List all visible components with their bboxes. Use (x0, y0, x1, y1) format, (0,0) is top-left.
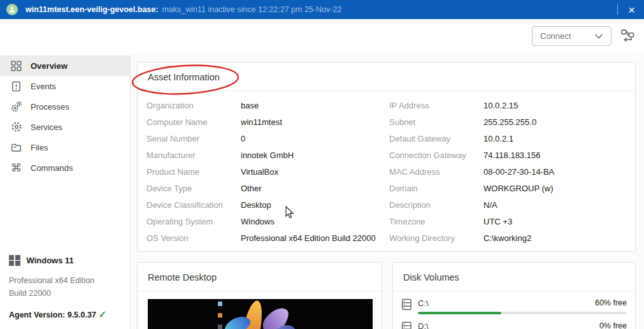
machine-status: maks_win11 inactive since 12:22:27 pm 25… (162, 5, 341, 14)
field-row: Operating SystemWindows (147, 213, 389, 230)
asset-fields-left: Organizationbase Computer Namewin11mtest… (147, 97, 389, 246)
volume-progress-track (418, 312, 627, 314)
machine-title: win11mtest.een-veilig-gevoel.base: (25, 5, 158, 14)
field-row: Manufacturerinnotek GmbH (147, 147, 389, 163)
connect-dropdown-label: Connect (540, 31, 571, 41)
field-row: Device TypeOther (147, 180, 389, 196)
close-icon[interactable]: × (626, 4, 638, 16)
field-row: TimezoneUTC +3 (389, 213, 635, 230)
field-row: Serial Number0 (147, 130, 389, 147)
volume-name: D:\ (418, 321, 429, 329)
volume-name: C:\ (418, 298, 429, 308)
volume-free-label: 60% free (595, 298, 627, 307)
field-row: Organizationbase (147, 97, 389, 113)
sidebar-item-overview[interactable]: Overview (0, 55, 130, 76)
connect-dropdown[interactable]: Connect (532, 26, 612, 46)
windows-logo-icon (9, 255, 20, 267)
field-row: Computer Namewin11mtest (147, 113, 389, 130)
field-row: MAC Address08-00-27-30-14-BA (389, 163, 635, 180)
sidebar-item-processes[interactable]: Processes (0, 96, 130, 117)
field-row: DescriptionN/A (389, 196, 635, 213)
field-row: Device ClassificationDesktop (147, 196, 389, 213)
gear-icon (10, 121, 22, 133)
titlebar-divider (617, 4, 618, 15)
asset-fields: Organizationbase Computer Namewin11mtest… (138, 91, 635, 246)
field-row: IP Address10.0.2.15 (389, 97, 635, 113)
field-row: Default Gateway10.0.2.1 (389, 130, 635, 147)
sidebar-item-label: Processes (31, 102, 69, 112)
remote-desktop-title: Remote Desktop (138, 263, 382, 291)
check-icon: ✓ (99, 309, 107, 319)
chevron-down-icon (594, 34, 603, 39)
disk-volumes-title: Disk Volumes (393, 263, 635, 291)
sidebar-item-label: Files (31, 143, 48, 152)
command-icon: ⌘ (10, 162, 22, 174)
volume-row-d: D:\ 0% free (401, 320, 627, 329)
gears-icon (10, 101, 22, 113)
sidebar-item-label: Commands (31, 163, 73, 173)
os-build: Professional x64 Edition Build 22000 (9, 275, 111, 300)
volume-row-c: C:\ 60% free (401, 297, 627, 314)
field-row: Product NameVirtualBox (147, 163, 389, 180)
sidebar-item-label: Services (31, 122, 62, 132)
asset-information-card: Asset Information Organizationbase Compu… (137, 62, 636, 252)
person-icon (8, 6, 16, 13)
remote-desktop-card: Remote Desktop (137, 262, 382, 329)
asset-fields-right: IP Address10.0.2.15 Subnet255.255.255.0 … (389, 97, 635, 246)
sidebar-item-commands[interactable]: ⌘ Commands (0, 157, 130, 178)
field-row: OS VersionProfessional x64 Edition Build… (147, 230, 389, 246)
connect-nodes-icon[interactable] (620, 29, 635, 43)
field-row: Connection Gateway74.118.183.156 (389, 147, 635, 163)
drive-icon (401, 297, 414, 314)
agent-avatar (6, 4, 18, 15)
sidebar-footer: Windows 11 Professional x64 Edition Buil… (0, 255, 130, 329)
field-row: DomainWORKGROUP (w) (389, 180, 635, 196)
grid-icon (10, 60, 22, 72)
sidebar-item-events[interactable]: Events (0, 76, 130, 96)
sidebar: Overview Events Processes (0, 53, 131, 329)
os-name: Windows 11 (27, 256, 74, 265)
folder-icon (10, 142, 22, 154)
sidebar-item-files[interactable]: Files (0, 137, 130, 157)
main-content: Asset Information Organizationbase Compu… (131, 53, 644, 329)
event-log-icon (10, 80, 22, 92)
sidebar-item-services[interactable]: Services (0, 117, 130, 137)
field-row: Subnet255.255.255.0 (389, 113, 635, 130)
sidebar-nav: Overview Events Processes (0, 53, 130, 178)
agent-version: Agent Version: 9.5.0.37 (9, 311, 96, 319)
desktop-icons (218, 302, 222, 329)
toolbar: Connect (0, 19, 644, 53)
remote-desktop-thumbnail[interactable] (148, 299, 373, 329)
asset-information-title: Asset Information (138, 62, 635, 91)
volume-progress-fill (418, 312, 501, 314)
title-bar: win11mtest.een-veilig-gevoel.base: maks_… (0, 0, 644, 19)
field-row: Working DirectoryC:\kworking2 (389, 230, 635, 246)
drive-icon (401, 320, 414, 329)
disk-volumes-card: Disk Volumes C:\ 60% free (392, 262, 636, 329)
sidebar-item-label: Events (31, 82, 56, 91)
volume-free-label: 0% free (599, 321, 627, 329)
sidebar-item-label: Overview (31, 61, 68, 71)
